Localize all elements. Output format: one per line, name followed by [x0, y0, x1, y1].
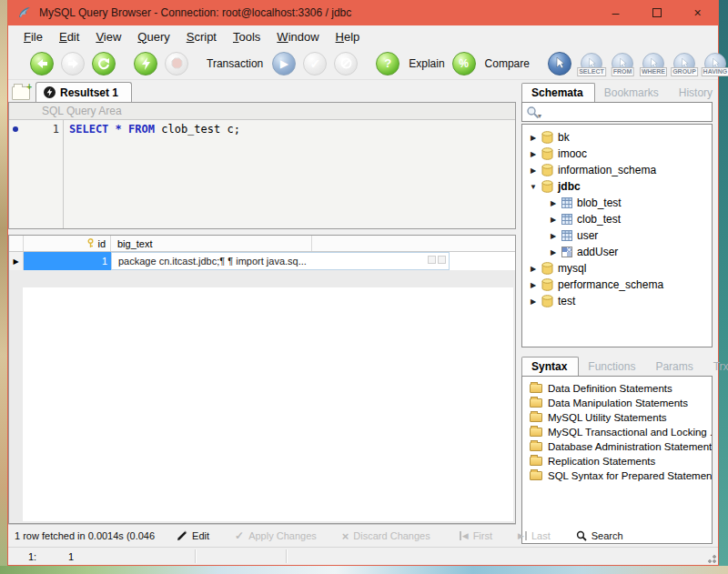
tab-bookmarks[interactable]: Bookmarks: [595, 84, 670, 102]
cell-big-text-value[interactable]: package cn.itcast.jdbc;¶ ¶ import java.s…: [111, 252, 450, 270]
tab-functions[interactable]: Functions: [579, 357, 646, 376]
tree-item-adduser[interactable]: ▶ addUser: [522, 244, 712, 260]
select-tool-button[interactable]: SELECT: [581, 53, 602, 75]
expand-arrow-icon[interactable]: ▶: [550, 232, 557, 240]
edit-button[interactable]: Edit: [166, 525, 220, 547]
tree-item-mysql[interactable]: ▶ mysql: [522, 260, 712, 277]
execute-query-button[interactable]: [134, 52, 157, 76]
column-header-id[interactable]: id: [24, 236, 111, 251]
group-tool-button[interactable]: GROUP: [673, 53, 695, 75]
tree-item-performance-schema[interactable]: ▶ performance_schema: [522, 277, 712, 293]
menu-view[interactable]: View: [87, 27, 129, 46]
menu-query[interactable]: Query: [129, 27, 177, 46]
compare-label[interactable]: Compare: [485, 57, 530, 70]
syntax-item-replication[interactable]: Replication Statements: [522, 454, 712, 468]
blob-save-icon[interactable]: [438, 256, 446, 264]
breakpoint-dot-icon[interactable]: [13, 126, 18, 132]
search-button[interactable]: Search: [565, 525, 634, 547]
expand-arrow-icon[interactable]: ▶: [530, 281, 537, 289]
syntax-item-transactional[interactable]: MySQL Transactional and Locking ...: [522, 425, 712, 439]
tree-item-blob-test[interactable]: ▶ blob_test: [522, 195, 712, 211]
search-options-caret-icon[interactable]: ▾: [538, 112, 541, 120]
primary-key-icon: [86, 238, 95, 248]
expand-arrow-icon[interactable]: ▶: [530, 297, 537, 306]
expand-arrow-icon[interactable]: ▶: [530, 265, 537, 273]
collapse-arrow-icon[interactable]: ▼: [530, 183, 537, 191]
syntax-item-prepared[interactable]: SQL Syntax for Prepared Statements: [522, 468, 712, 483]
tab-trx[interactable]: Trx: [704, 357, 728, 376]
folder-icon: [530, 457, 542, 466]
syntax-item-dml[interactable]: Data Manipulation Statements: [522, 396, 712, 410]
database-icon: [541, 131, 553, 144]
expand-arrow-icon[interactable]: ▶: [530, 134, 537, 142]
tab-params[interactable]: Params: [646, 357, 703, 376]
go-back-button[interactable]: [30, 52, 54, 76]
blob-view-icon[interactable]: [428, 256, 436, 264]
minimize-button[interactable]: –: [595, 0, 636, 25]
sql-editor[interactable]: 1 SELECT * FROM clob_test c;: [9, 120, 515, 228]
commit-transaction-button[interactable]: ✓: [303, 52, 327, 76]
expand-arrow-icon[interactable]: ▶: [550, 199, 557, 207]
menu-edit[interactable]: Edit: [51, 27, 87, 46]
column-header-big-text[interactable]: big_text: [111, 236, 312, 251]
tab-syntax[interactable]: Syntax: [521, 357, 579, 376]
discard-changes-label: Discard Changes: [353, 530, 430, 541]
where-tool-button[interactable]: WHERE: [642, 53, 664, 75]
apply-changes-button[interactable]: ✓ Apply Changes: [224, 525, 328, 547]
editor-gutter: 1: [9, 120, 64, 228]
maximize-button[interactable]: [636, 0, 677, 25]
rollback-transaction-button[interactable]: [334, 52, 358, 76]
menu-window[interactable]: Window: [268, 27, 327, 46]
grid-append-row[interactable]: [9, 270, 515, 284]
compare-percent-icon: %: [459, 57, 469, 70]
compare-button[interactable]: %: [452, 52, 476, 76]
menu-help[interactable]: Help: [328, 27, 369, 46]
explain-label[interactable]: Explain: [409, 57, 444, 70]
having-tool-button[interactable]: HAVING: [704, 53, 726, 75]
titlebar[interactable]: MySQL Query Browser - Connection: root@l…: [8, 0, 718, 25]
tree-item-information-schema[interactable]: ▶ information_schema: [522, 162, 712, 178]
menu-file[interactable]: File: [15, 27, 51, 46]
cursor-tool-button[interactable]: [548, 52, 571, 76]
tree-item-bk[interactable]: ▶ bk: [522, 129, 712, 146]
explain-button[interactable]: ?: [376, 52, 399, 76]
close-button[interactable]: ×: [677, 0, 718, 25]
start-transaction-button[interactable]: ▶: [272, 52, 296, 76]
expand-arrow-icon[interactable]: ▶: [530, 150, 537, 158]
expand-arrow-icon[interactable]: ▶: [550, 216, 557, 224]
discard-changes-button[interactable]: × Discard Changes: [331, 525, 441, 547]
expand-arrow-icon[interactable]: ▶: [550, 248, 557, 257]
tree-item-jdbc[interactable]: ▼ jdbc: [522, 178, 712, 195]
tree-item-test[interactable]: ▶ test: [522, 293, 712, 309]
last-row-button[interactable]: ▶ Last: [507, 525, 561, 547]
tree-item-user[interactable]: ▶ user: [522, 227, 712, 244]
syntax-item-admin[interactable]: Database Administration Statements: [522, 439, 712, 454]
syntax-item-label: Data Definition Statements: [548, 383, 672, 394]
menu-script[interactable]: Script: [178, 27, 225, 46]
first-row-button[interactable]: ◀ First: [449, 525, 503, 547]
tree-item-imooc[interactable]: ▶ imooc: [522, 146, 712, 162]
tab-schemata[interactable]: Schemata: [521, 83, 595, 102]
from-tool-button[interactable]: FROM: [612, 53, 633, 75]
stop-button[interactable]: [165, 52, 188, 76]
tab-history[interactable]: History: [670, 84, 723, 102]
new-tab-button[interactable]: +: [12, 86, 30, 100]
tab-resultset-1[interactable]: Resultset 1: [35, 82, 132, 102]
syntax-item-ddl[interactable]: Data Definition Statements: [522, 381, 712, 396]
menu-tools[interactable]: Tools: [225, 27, 268, 46]
schema-search-input[interactable]: ▾: [521, 102, 713, 122]
grid-empty-surface: [23, 287, 513, 521]
cell-id-value[interactable]: 1: [24, 252, 111, 270]
expand-arrow-icon[interactable]: ▶: [530, 166, 537, 175]
syntax-item-utility[interactable]: MySQL Utility Statements: [522, 410, 712, 425]
sql-statement[interactable]: SELECT * FROM clob_test c;: [64, 120, 240, 228]
resize-grip[interactable]: [705, 552, 716, 563]
folder-icon: [530, 413, 542, 422]
tree-item-clob-test[interactable]: ▶ clob_test: [522, 211, 712, 227]
cursor-arrow-icon: [554, 57, 565, 69]
discard-x-icon: ×: [342, 529, 349, 543]
refresh-button[interactable]: [92, 52, 116, 76]
grid-data-row-1[interactable]: ▶ 1 package cn.itcast.jdbc;¶ ¶ import ja…: [9, 252, 515, 270]
sql-table-ref: clob_test c;: [161, 123, 240, 136]
go-next-button[interactable]: [61, 52, 85, 76]
